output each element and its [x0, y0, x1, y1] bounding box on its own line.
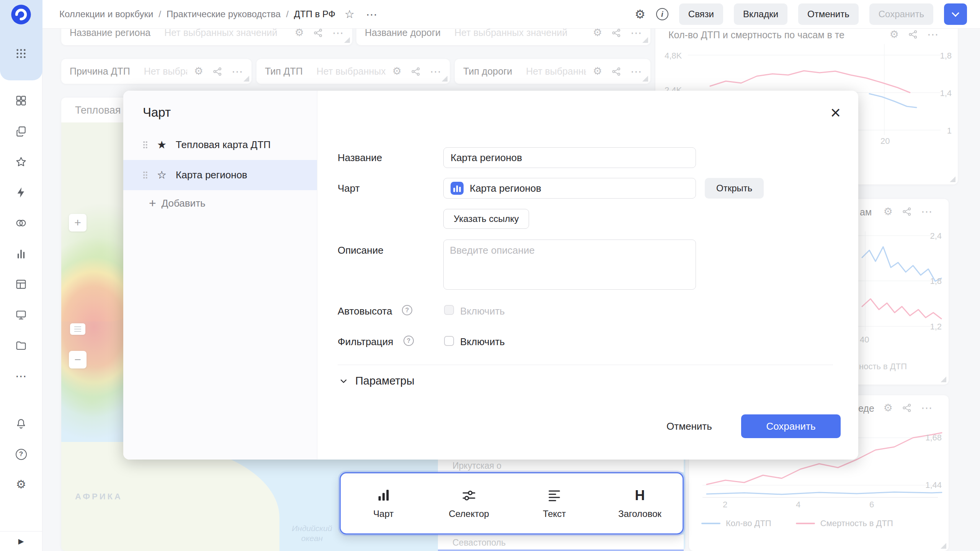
name-input[interactable] — [443, 147, 696, 168]
edit-toolbar: Чарт Селектор Текст H Заголовок — [340, 472, 684, 535]
expand-icon: ▶ — [18, 537, 24, 546]
description-label: Описание — [338, 245, 384, 256]
collections-icon[interactable] — [13, 124, 29, 139]
sidebar-expand-button[interactable]: ▶ — [0, 531, 42, 551]
topbar: Коллекции и воркбуки / Практические руко… — [42, 0, 980, 29]
lightning-icon[interactable] — [13, 185, 29, 200]
star-outline-icon[interactable]: ☆ — [157, 170, 167, 181]
add-chart-label: Добавить — [162, 197, 206, 209]
filtering-label: Фильтрация — [338, 336, 393, 348]
star-filled-icon[interactable]: ★ — [157, 140, 167, 150]
links-button[interactable]: Связи — [679, 3, 723, 25]
presentation-icon[interactable] — [13, 307, 29, 323]
breadcrumb-current: ДТП в РФ — [294, 9, 335, 20]
dialog-form: × Название Чарт Карта регионов Открыть У… — [317, 91, 858, 460]
settings-gear-icon[interactable]: ⚙ — [635, 8, 645, 20]
close-icon[interactable]: × — [830, 104, 841, 121]
description-textarea[interactable] — [443, 240, 696, 290]
toolbar-item-heading[interactable]: H Заголовок — [597, 473, 683, 533]
breadcrumb-guides[interactable]: Практические руководства — [167, 9, 281, 20]
list-item-label: Карта регионов — [176, 169, 247, 181]
datalens-logo[interactable] — [10, 4, 32, 25]
tabs-button[interactable]: Вкладки — [734, 3, 787, 25]
breadcrumb-separator: / — [158, 9, 161, 20]
save-dropdown-button[interactable] — [944, 3, 967, 25]
breadcrumb: Коллекции и воркбуки / Практические руко… — [59, 8, 377, 21]
notifications-icon[interactable] — [13, 416, 29, 431]
tables-icon[interactable] — [13, 277, 29, 292]
autoheight-label: Автовысота — [338, 305, 392, 317]
sidebar-more-icon[interactable]: ⋯ — [13, 368, 29, 384]
toolbar-item-label: Текст — [543, 509, 566, 519]
list-item-heatmap[interactable]: ★ Тепловая карта ДТП — [123, 130, 317, 160]
relations-icon[interactable] — [13, 215, 29, 231]
more-glyph: ⋯ — [15, 370, 27, 382]
charts-icon[interactable] — [13, 246, 29, 261]
toolbar-item-label: Заголовок — [618, 509, 662, 519]
favorites-icon[interactable] — [13, 154, 29, 170]
chart-field[interactable]: Карта регионов — [443, 178, 696, 199]
add-chart-button[interactable]: + Добавить — [149, 197, 206, 209]
chart-type-icon — [451, 182, 464, 195]
info-icon[interactable]: i — [656, 8, 668, 20]
open-button[interactable]: Открыть — [705, 178, 764, 199]
toolbar-item-label: Селектор — [449, 509, 489, 519]
autoheight-checkbox — [444, 305, 454, 315]
favorite-star-icon[interactable]: ☆ — [345, 8, 354, 21]
autoheight-checkbox-label: Включить — [460, 305, 505, 317]
dialog-sidebar: Чарт ★ Тепловая карта ДТП ☆ Карта регион… — [123, 91, 317, 460]
info-glyph: i — [661, 10, 663, 19]
heading-icon: H — [635, 488, 645, 503]
breadcrumb-more-icon[interactable]: ⋯ — [366, 8, 377, 21]
screen: Название региона Нет выбранных значений … — [0, 0, 980, 551]
chart-icon — [376, 488, 391, 503]
link-button[interactable]: Указать ссылку — [443, 209, 529, 229]
params-section-toggle[interactable]: Параметры — [338, 375, 415, 387]
dialog-cancel-button[interactable]: Отменить — [657, 414, 722, 438]
selector-icon — [461, 488, 477, 503]
dialog-save-button[interactable]: Сохранить — [741, 414, 841, 438]
divider — [338, 365, 833, 365]
filtering-checkbox[interactable] — [444, 336, 454, 346]
chevron-down-icon — [338, 375, 349, 387]
chevron-down-icon — [952, 9, 959, 17]
dashboards-icon[interactable] — [13, 93, 29, 108]
text-icon — [547, 488, 562, 503]
breadcrumb-collections[interactable]: Коллекции и воркбуки — [59, 9, 153, 20]
help-icon[interactable]: ? — [13, 447, 29, 462]
chart-field-value: Карта регионов — [470, 183, 541, 194]
name-label: Название — [338, 152, 382, 164]
drag-handle-icon[interactable] — [143, 171, 148, 179]
cancel-button[interactable]: Отменить — [798, 3, 859, 25]
help-icon[interactable]: ? — [402, 305, 412, 315]
params-section-label: Параметры — [355, 375, 415, 387]
dialog-title: Чарт — [143, 105, 317, 120]
gear-glyph: ⚙ — [16, 479, 26, 490]
breadcrumb-separator: / — [286, 9, 289, 20]
list-item-regions[interactable]: ☆ Карта регионов — [123, 160, 317, 190]
plus-icon: + — [149, 197, 156, 209]
topbar-actions: ⚙ i Связи Вкладки Отменить Сохранить — [635, 3, 967, 25]
filtering-checkbox-label: Включить — [460, 336, 505, 348]
settings-icon[interactable]: ⚙ — [13, 477, 29, 492]
files-icon[interactable] — [13, 338, 29, 353]
sidebar: ⋯ ? ⚙ ▶ — [0, 0, 42, 551]
chart-label: Чарт — [338, 183, 360, 194]
list-item-label: Тепловая карта ДТП — [176, 139, 271, 151]
toolbar-item-text[interactable]: Текст — [512, 473, 597, 533]
drag-handle-icon[interactable] — [143, 141, 148, 149]
toolbar-item-label: Чарт — [373, 509, 394, 519]
toolbar-item-chart[interactable]: Чарт — [341, 473, 426, 533]
toolbar-item-selector[interactable]: Селектор — [426, 473, 511, 533]
apps-grid-icon[interactable] — [13, 46, 29, 61]
question-glyph: ? — [16, 449, 27, 460]
help-icon[interactable]: ? — [403, 336, 414, 346]
chart-settings-dialog: Чарт ★ Тепловая карта ДТП ☆ Карта регион… — [123, 91, 858, 460]
save-button[interactable]: Сохранить — [869, 3, 933, 25]
